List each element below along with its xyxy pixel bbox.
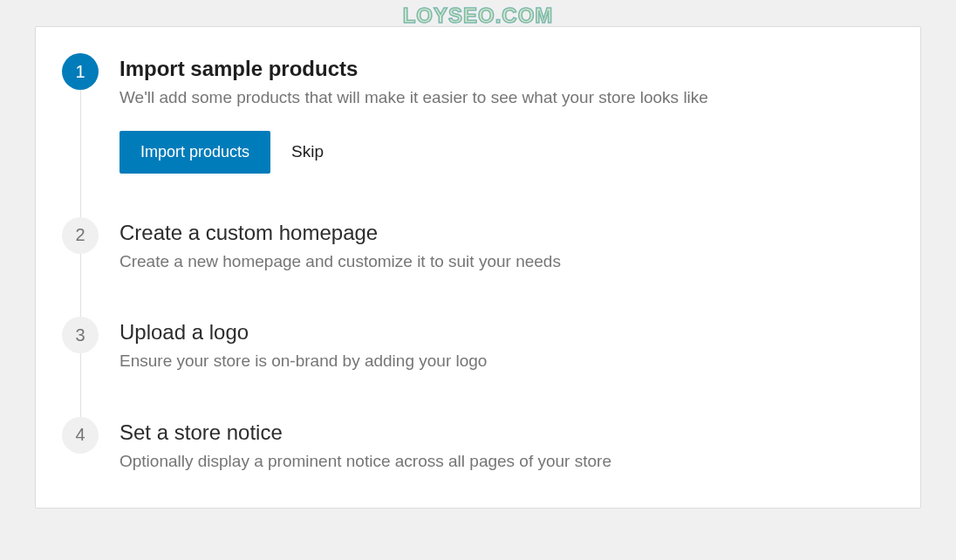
step-content: Upload a logo Ensure your store is on-br… bbox=[120, 317, 894, 373]
step-number-badge: 1 bbox=[62, 53, 99, 90]
step-connector-line bbox=[80, 352, 81, 421]
step-title: Import sample products bbox=[120, 57, 894, 81]
skip-button[interactable]: Skip bbox=[288, 135, 327, 168]
steps-list: 1 Import sample products We'll add some … bbox=[62, 53, 894, 473]
step-number-badge: 2 bbox=[62, 217, 99, 254]
import-products-button[interactable]: Import products bbox=[120, 131, 270, 174]
step-description: We'll add some products that will make i… bbox=[120, 86, 894, 110]
step-upload-logo[interactable]: 3 Upload a logo Ensure your store is on-… bbox=[62, 317, 894, 417]
step-connector-line bbox=[80, 88, 81, 222]
step-number-badge: 3 bbox=[62, 317, 99, 353]
step-create-homepage[interactable]: 2 Create a custom homepage Create a new … bbox=[62, 217, 894, 318]
step-number-badge: 4 bbox=[62, 417, 99, 454]
step-description: Optionally display a prominent notice ac… bbox=[120, 450, 894, 474]
step-store-notice[interactable]: 4 Set a store notice Optionally display … bbox=[62, 417, 894, 474]
step-description: Create a new homepage and customize it t… bbox=[120, 250, 894, 274]
step-content: Set a store notice Optionally display a … bbox=[120, 417, 894, 474]
step-import-products[interactable]: 1 Import sample products We'll add some … bbox=[62, 53, 894, 217]
step-title: Set a store notice bbox=[120, 420, 894, 445]
setup-wizard-card: 1 Import sample products We'll add some … bbox=[35, 26, 921, 509]
step-title: Create a custom homepage bbox=[120, 221, 894, 245]
step-content: Create a custom homepage Create a new ho… bbox=[120, 217, 894, 274]
step-actions: Import products Skip bbox=[120, 131, 894, 174]
step-title: Upload a logo bbox=[120, 320, 894, 345]
step-content: Import sample products We'll add some pr… bbox=[120, 53, 894, 174]
step-connector-line bbox=[80, 252, 81, 322]
watermark-text: LOYSEO.COM bbox=[403, 3, 554, 28]
step-description: Ensure your store is on-brand by adding … bbox=[120, 350, 894, 373]
